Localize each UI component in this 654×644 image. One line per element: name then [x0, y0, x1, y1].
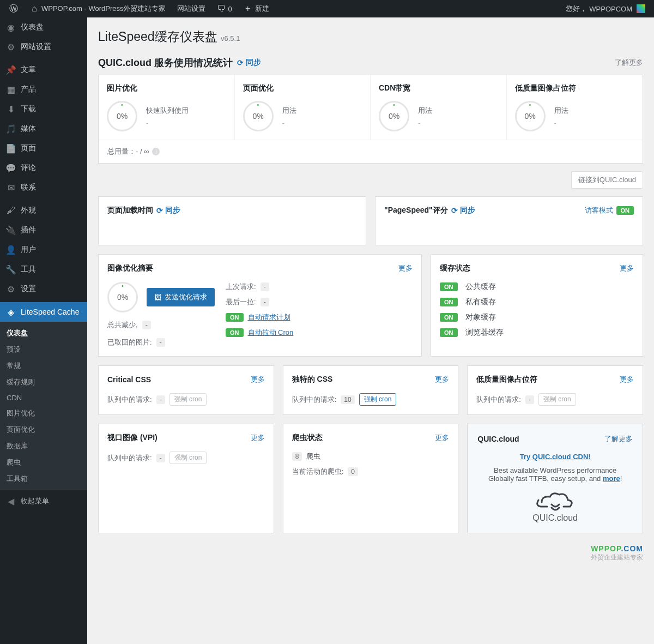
- submenu-item[interactable]: 仪表盘: [0, 325, 87, 341]
- learn-more-link[interactable]: 了解更多: [615, 58, 643, 68]
- submenu-item[interactable]: 爬虫: [0, 454, 87, 471]
- quic-sync-link[interactable]: ⟳ 同步: [237, 58, 261, 68]
- menu-item-9[interactable]: 🖌外观: [0, 201, 87, 220]
- litespeed-submenu: 仪表盘预设常规缓存规则CDN图片优化页面优化数据库爬虫工具箱: [0, 322, 87, 490]
- menu-item-10[interactable]: 🔌插件: [0, 220, 87, 240]
- wp-logo[interactable]: Ⓦ: [4, 4, 23, 14]
- quic-cloud-card: QUIC.cloud了解更多 Try QUIC.cloud CDN! Best …: [467, 424, 643, 533]
- wordpress-icon: Ⓦ: [9, 4, 19, 14]
- menu-item-5[interactable]: 🎵媒体: [0, 119, 87, 139]
- images-icon: 🖼: [154, 293, 161, 302]
- wrench-icon: 🔧: [5, 264, 16, 275]
- try-quic-link[interactable]: Try QUIC.cloud CDN!: [520, 453, 591, 461]
- auto-request-link[interactable]: 自动请求计划: [248, 312, 290, 322]
- vpi-more[interactable]: 更多: [251, 433, 265, 443]
- load-time-title: 页面加载时间 ⟳同步: [107, 206, 180, 215]
- submenu-item[interactable]: CDN: [0, 390, 87, 405]
- quic-more-link[interactable]: more: [603, 474, 620, 483]
- home-icon: ⌂: [29, 4, 39, 14]
- cache-status-card: 缓存状态 更多 ON公共缓存ON私有缓存ON对象缓存ON浏览器缓存: [431, 254, 643, 357]
- submenu-item[interactable]: 图片优化: [0, 405, 87, 422]
- pagespeed-card: "PageSpeed"评分 ⟳同步 访客模式 ON: [375, 196, 643, 245]
- crawler-more[interactable]: 更多: [435, 433, 449, 443]
- menu-item-4[interactable]: ⬇下载: [0, 99, 87, 119]
- admin-bar-left: Ⓦ ⌂WPPOP.com - WordPress外贸建站专家 网站设置 🗨0 +…: [4, 4, 274, 14]
- submenu-item[interactable]: 常规: [0, 358, 87, 374]
- cache-row: ON私有缓存: [440, 297, 634, 307]
- link-quic-cloud-button[interactable]: 链接到QUIC.cloud: [571, 171, 643, 189]
- new-link[interactable]: +新建: [239, 4, 274, 14]
- submenu-item[interactable]: 页面优化: [0, 422, 87, 438]
- media-icon: 🎵: [5, 123, 16, 134]
- site-settings-link[interactable]: 网站设置: [173, 4, 210, 14]
- cache-row: ON公共缓存: [440, 282, 634, 292]
- ccss-force-cron[interactable]: 强制 cron: [169, 393, 207, 406]
- submenu-item[interactable]: 工具箱: [0, 471, 87, 487]
- gauge: 0%: [107, 101, 137, 131]
- cache-status-more[interactable]: 更多: [620, 263, 634, 273]
- ucss-card: 独特的 CSS更多 队列中的请求:10强制 cron: [283, 365, 459, 415]
- quic-learn-more[interactable]: 了解更多: [604, 434, 633, 444]
- lqip-force-cron[interactable]: 强制 cron: [538, 393, 576, 406]
- site-name: WPPOP.com - WordPress外贸建站专家: [41, 4, 166, 14]
- submenu-item[interactable]: 预设: [0, 341, 87, 358]
- plug-icon: 🔌: [5, 225, 16, 236]
- refresh-icon: ⟳: [156, 206, 163, 215]
- user-icon: 👤: [5, 244, 16, 255]
- menu-item-6[interactable]: 📄页面: [0, 139, 87, 158]
- menu-item-1[interactable]: ⚙网站设置: [0, 37, 87, 57]
- send-opt-request-button[interactable]: 🖼 发送优化请求: [147, 288, 215, 306]
- diamond-icon: ◈: [5, 306, 16, 317]
- comment-icon: 🗨: [216, 4, 226, 14]
- page-title: LiteSpeed缓存仪表盘 v6.5.1: [98, 28, 643, 45]
- lqip-card: 低质量图像占位符更多 队列中的请求:-强制 cron: [467, 365, 643, 415]
- quic-cloud-logo: QUIC.cloud: [477, 491, 633, 523]
- image-opt-card: 图像优化摘要 更多 0% 🖼 发送优化请求 总共减少,- 已取回的图: [98, 254, 422, 357]
- admin-bar-right: 您好， WPPOPCOM: [561, 4, 650, 14]
- refresh-icon: ⟳: [451, 206, 458, 215]
- ccss-more[interactable]: 更多: [251, 375, 265, 384]
- collapse-menu[interactable]: ◀ 收起菜单: [0, 490, 87, 512]
- mail-icon: ✉: [5, 182, 16, 193]
- admin-sidebar: ◉仪表盘⚙网站设置📌文章▦产品⬇下载🎵媒体📄页面💬评论✉联系🖌外观🔌插件👤用户🔧…: [0, 17, 87, 644]
- collapse-icon: ◀: [5, 496, 16, 507]
- user-greeting[interactable]: 您好， WPPOPCOM: [561, 4, 650, 14]
- crawler-card: 爬虫状态更多 8爬虫 当前活动的爬虫:0: [283, 424, 459, 533]
- pin-icon: 📌: [5, 64, 16, 75]
- vpi-force-cron[interactable]: 强制 cron: [169, 452, 207, 464]
- menu-item-0[interactable]: ◉仪表盘: [0, 17, 87, 37]
- menu-item-13[interactable]: ⚙设置: [0, 279, 87, 299]
- admin-bar: Ⓦ ⌂WPPOP.com - WordPress外贸建站专家 网站设置 🗨0 +…: [0, 0, 654, 17]
- gauge: 0%: [379, 101, 409, 131]
- pagespeed-sync[interactable]: ⟳同步: [451, 206, 475, 215]
- submenu-item[interactable]: 缓存规则: [0, 374, 87, 390]
- ucss-force-cron[interactable]: 强制 cron: [359, 393, 397, 406]
- load-time-sync[interactable]: ⟳同步: [156, 206, 180, 215]
- menu-item-3[interactable]: ▦产品: [0, 80, 87, 99]
- auto-cron-link[interactable]: 自动拉动 Cron: [248, 328, 294, 338]
- ccss-card: Critical CSS更多 队列中的请求:-强制 cron: [98, 365, 274, 415]
- plus-icon: +: [243, 4, 253, 14]
- pagespeed-title: "PageSpeed"评分 ⟳同步: [384, 206, 475, 215]
- quic-stats-panel: 图片优化0%快速队列使用-页面优化0%用法-CDN带宽0%用法-低质量图像占位符…: [98, 75, 643, 164]
- menu-item-2[interactable]: 📌文章: [0, 60, 87, 80]
- comments-link[interactable]: 🗨0: [212, 4, 237, 14]
- stat-cell: 页面优化0%用法-: [235, 75, 371, 140]
- menu-item-7[interactable]: 💬评论: [0, 158, 87, 178]
- cache-row: ON对象缓存: [440, 312, 634, 322]
- info-icon[interactable]: i: [152, 148, 160, 155]
- menu-item-11[interactable]: 👤用户: [0, 240, 87, 260]
- menu-item-12[interactable]: 🔧工具: [0, 260, 87, 279]
- submenu-item[interactable]: 数据库: [0, 438, 87, 454]
- dashboard-icon: ◉: [5, 22, 16, 33]
- gauge: 0%: [243, 101, 274, 131]
- site-link[interactable]: ⌂WPPOP.com - WordPress外贸建站专家: [25, 4, 171, 14]
- menu-item-14[interactable]: ◈LiteSpeed Cache: [0, 302, 87, 322]
- avatar-icon: [637, 4, 645, 13]
- guest-mode: 访客模式 ON: [585, 206, 634, 215]
- menu-item-8[interactable]: ✉联系: [0, 178, 87, 197]
- guest-on-badge: ON: [616, 206, 634, 215]
- ucss-more[interactable]: 更多: [435, 375, 449, 384]
- lqip-more[interactable]: 更多: [620, 375, 634, 384]
- image-opt-more[interactable]: 更多: [398, 263, 413, 273]
